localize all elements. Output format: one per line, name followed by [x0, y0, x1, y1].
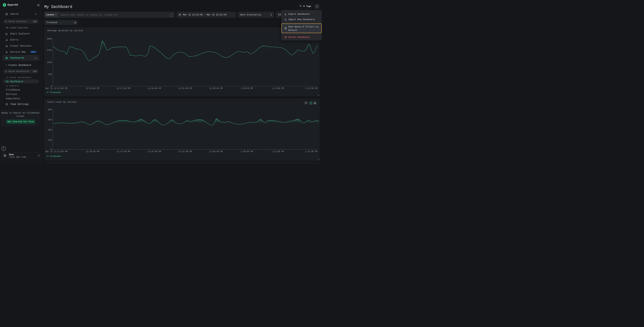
- svg-text:1:12:00 PM: 1:12:00 PM: [272, 87, 284, 90]
- svg-text:12:44:00 PM: 12:44:00 PM: [148, 150, 161, 153]
- svg-text:1:05:00 PM: 1:05:00 PM: [241, 150, 253, 153]
- svg-text:1:12:00 PM: 1:12:00 PM: [272, 150, 284, 153]
- svg-text:300: 300: [48, 129, 52, 131]
- svg-text:12:30:00 PM: 12:30:00 PM: [86, 150, 99, 153]
- svg-text:12:30:00 PM: 12:30:00 PM: [86, 87, 99, 90]
- svg-text:12:58:00 PM: 12:58:00 PM: [209, 150, 223, 153]
- svg-text:frontend: frontend: [50, 91, 60, 94]
- svg-text:12:58:00 PM: 12:58:00 PM: [209, 87, 223, 90]
- svg-text:280K: 280K: [47, 38, 52, 40]
- svg-text:12:37:00 PM: 12:37:00 PM: [117, 150, 130, 153]
- svg-text:70K: 70K: [48, 73, 52, 76]
- svg-text:frontend: frontend: [50, 155, 60, 158]
- svg-text:Mar 12 12:21:00 PM: Mar 12 12:21:00 PM: [46, 150, 68, 153]
- svg-text:12:51:00 PM: 12:51:00 PM: [178, 87, 192, 90]
- svg-text:12:51:00 PM: 12:51:00 PM: [178, 150, 192, 153]
- svg-text:1:21:00 PM: 1:21:00 PM: [305, 150, 318, 153]
- svg-text:1:21:00 PM: 1:21:00 PM: [305, 87, 318, 90]
- svg-text:12:44:00 PM: 12:44:00 PM: [148, 87, 161, 90]
- svg-text:450: 450: [48, 119, 52, 121]
- svg-text:1:05:00 PM: 1:05:00 PM: [241, 87, 253, 90]
- svg-text:600: 600: [48, 108, 52, 111]
- svg-text:210K: 210K: [47, 49, 52, 52]
- svg-text:150: 150: [48, 139, 52, 141]
- svg-text:140K: 140K: [47, 61, 52, 64]
- svg-text:Mar 12 12:21:00 PM: Mar 12 12:21:00 PM: [46, 87, 68, 90]
- svg-text:12:37:00 PM: 12:37:00 PM: [117, 87, 130, 90]
